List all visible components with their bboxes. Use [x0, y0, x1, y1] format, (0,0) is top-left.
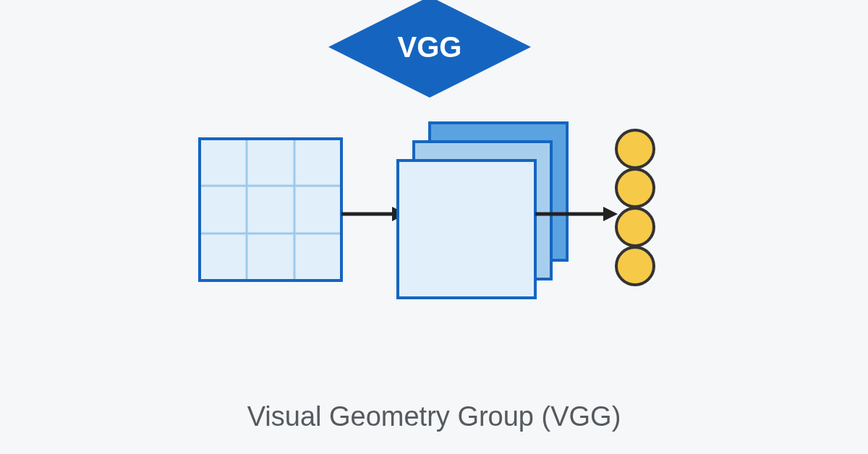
output-node-circle: [615, 246, 655, 286]
input-grid: [198, 137, 343, 282]
caption-text: Visual Geometry Group (VGG): [0, 401, 868, 432]
svg-rect-1: [200, 139, 341, 280]
output-node-circle: [615, 168, 655, 208]
output-node-circle: [615, 207, 655, 247]
diagram-canvas: VGG Visual Geometry Group (VGG): [0, 0, 868, 454]
arrow-conv-to-output-icon: [535, 207, 618, 221]
output-node-circle: [615, 129, 655, 169]
diamond-label: VGG: [398, 31, 462, 64]
grid-icon: [198, 137, 343, 282]
diamond-header: VGG: [328, 0, 531, 98]
output-nodes: [615, 129, 655, 285]
conv-square-front: [396, 159, 537, 299]
